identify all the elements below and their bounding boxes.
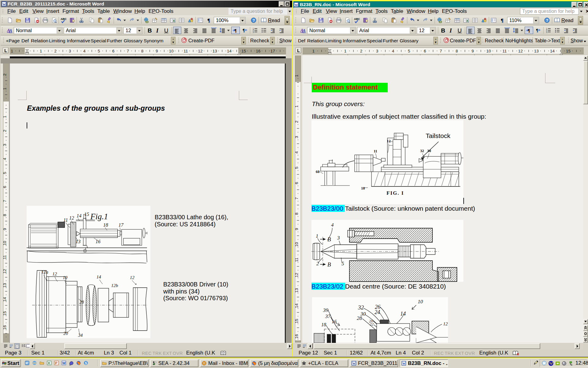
svg-text:28: 28: [79, 300, 84, 305]
svg-text:9: 9: [295, 228, 299, 230]
svg-text:Fig.1: Fig.1: [90, 212, 108, 221]
svg-text:9: 9: [3, 228, 7, 230]
svg-text:12: 12: [130, 275, 135, 280]
svg-text:3.: 3.: [253, 31, 254, 33]
svg-text:¶: ¶: [501, 17, 503, 23]
svg-text:¶: ¶: [536, 28, 538, 33]
svg-text:12a: 12a: [41, 270, 48, 274]
svg-text:14: 14: [3, 297, 7, 302]
svg-text:5: 5: [3, 172, 7, 174]
svg-text:10: 10: [63, 275, 68, 280]
svg-text:2: 2: [316, 261, 319, 266]
svg-text:34: 34: [78, 333, 83, 338]
svg-text:39: 39: [323, 307, 329, 313]
svg-text:60: 60: [316, 170, 320, 174]
svg-text:W: W: [402, 362, 405, 365]
svg-text:2: 2: [3, 74, 7, 76]
svg-text:ABC: ABC: [354, 17, 360, 21]
svg-text:X: X: [48, 361, 50, 365]
svg-text:?: ?: [253, 18, 255, 23]
svg-text:18: 18: [321, 322, 326, 327]
svg-text:10: 10: [361, 186, 365, 190]
svg-text:X: X: [173, 19, 175, 23]
svg-text:20: 20: [63, 331, 68, 336]
svg-text:W: W: [62, 361, 66, 365]
svg-text:11: 11: [374, 149, 377, 153]
svg-text:18: 18: [103, 222, 108, 228]
svg-text:8: 8: [3, 214, 7, 217]
svg-text:15: 15: [295, 319, 299, 323]
svg-text:24: 24: [375, 309, 380, 315]
svg-text:3: 3: [295, 136, 299, 138]
svg-text:?: ?: [546, 18, 548, 23]
svg-text:13: 13: [76, 239, 81, 244]
svg-text:3: 3: [3, 144, 7, 146]
svg-text:W: W: [352, 362, 356, 365]
svg-text:1: 1: [295, 105, 299, 108]
svg-text:1: 1: [3, 116, 7, 118]
svg-text:1: 1: [3, 87, 7, 90]
svg-text:12: 12: [69, 215, 74, 220]
svg-text:30: 30: [427, 149, 431, 153]
svg-text:P: P: [55, 361, 57, 365]
svg-text:11: 11: [63, 217, 68, 223]
svg-text:X: X: [466, 19, 469, 23]
svg-text:A: A: [302, 28, 306, 33]
svg-text:1: 1: [316, 233, 318, 239]
svg-text:4: 4: [3, 158, 7, 160]
svg-text:W: W: [295, 3, 298, 7]
svg-text:16: 16: [295, 334, 299, 339]
svg-text:¶: ¶: [207, 17, 210, 23]
svg-text:14: 14: [77, 213, 81, 218]
svg-text:4: 4: [331, 222, 334, 228]
svg-text:B: B: [327, 261, 331, 268]
svg-text:11: 11: [3, 255, 7, 259]
svg-text:6: 6: [3, 186, 7, 188]
svg-text:15: 15: [84, 212, 89, 217]
svg-text:12: 12: [3, 269, 7, 274]
svg-text:22: 22: [370, 322, 374, 326]
svg-text:13: 13: [3, 283, 7, 288]
svg-text:7: 7: [3, 200, 7, 202]
svg-text:16: 16: [3, 325, 7, 330]
svg-text:¶: ¶: [528, 29, 530, 33]
svg-text:W: W: [2, 2, 6, 6]
svg-text:12: 12: [295, 273, 299, 277]
svg-text:32: 32: [358, 304, 364, 311]
svg-text:1: 1: [295, 75, 299, 77]
svg-text:32: 32: [420, 149, 424, 153]
svg-text:12b: 12b: [111, 283, 118, 288]
svg-text:5: 5: [295, 167, 299, 169]
svg-text:13: 13: [295, 288, 299, 293]
svg-text:3.: 3.: [546, 31, 548, 33]
svg-text:Tailstock: Tailstock: [426, 132, 450, 139]
svg-text:12: 12: [52, 271, 57, 276]
svg-text:14: 14: [96, 274, 101, 279]
svg-text:6: 6: [295, 182, 299, 184]
svg-text:10: 10: [418, 299, 423, 305]
svg-text:8: 8: [295, 213, 299, 215]
svg-text:2: 2: [3, 130, 7, 132]
svg-text:A: A: [9, 28, 12, 33]
svg-text:ABC: ABC: [61, 17, 66, 21]
svg-text:14: 14: [295, 303, 299, 308]
svg-text:S: S: [85, 361, 87, 365]
svg-text:¶: ¶: [234, 29, 237, 33]
svg-text:11: 11: [295, 258, 299, 262]
svg-text:10: 10: [3, 241, 7, 245]
svg-text:12: 12: [443, 321, 448, 326]
svg-text:17: 17: [119, 222, 124, 228]
svg-text:7: 7: [295, 197, 299, 200]
svg-text:12: 12: [387, 139, 391, 143]
svg-text:2: 2: [295, 121, 299, 123]
svg-text:3: 3: [337, 235, 340, 241]
svg-text:4: 4: [295, 151, 299, 154]
svg-text:15: 15: [3, 311, 7, 316]
svg-text:10: 10: [295, 242, 299, 247]
svg-text:28: 28: [357, 315, 362, 321]
svg-text:FIG. I: FIG. I: [386, 190, 404, 196]
svg-text:¶: ¶: [243, 28, 245, 33]
